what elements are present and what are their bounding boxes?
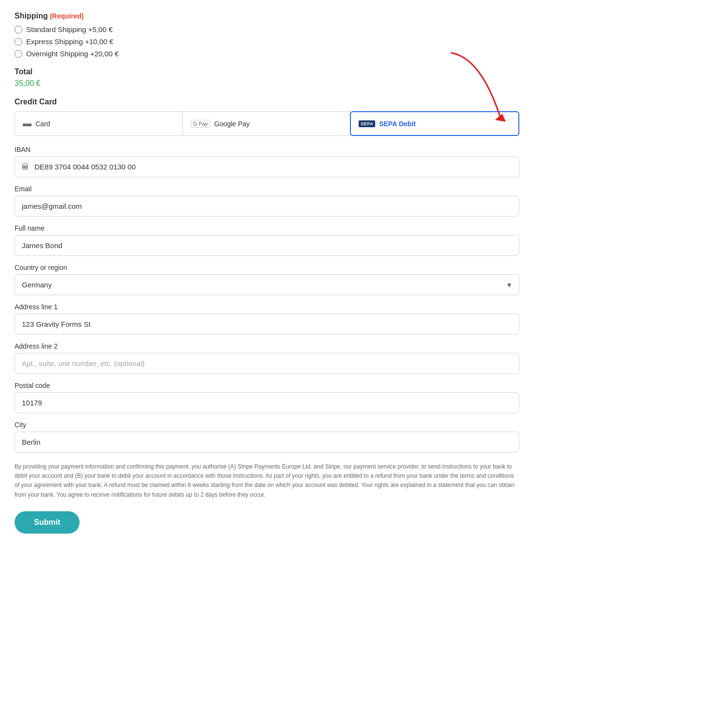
address2-input[interactable] [15, 353, 519, 374]
shipping-options: Standard Shipping +5,00 € Express Shippi… [15, 25, 519, 58]
iban-label: IBAN [15, 146, 519, 153]
city-group: City [15, 421, 519, 453]
country-select-wrapper: Germany France Italy Spain Netherlands ▼ [15, 274, 519, 295]
city-label: City [15, 421, 519, 429]
payment-title: Credit Card [15, 98, 519, 106]
address2-group: Address line 2 [15, 342, 519, 374]
postal-label: Postal code [15, 382, 519, 389]
country-select[interactable]: Germany France Italy Spain Netherlands [15, 274, 519, 295]
shipping-option-overnight[interactable]: Overnight Shipping +20,00 € [15, 50, 519, 58]
card-icon: ▬ [23, 118, 32, 129]
submit-button[interactable]: Submit [15, 511, 80, 534]
shipping-option-standard[interactable]: Standard Shipping +5,00 € [15, 25, 519, 34]
total-amount: 35,00 € [15, 79, 519, 88]
payment-method-sepa[interactable]: SEPA SEPA Debit [350, 111, 519, 136]
fullname-group: Full name [15, 224, 519, 256]
payment-methods: ▬ Card G Pay Google Pay SEPA SEPA Debit [15, 111, 519, 136]
address1-group: Address line 1 [15, 303, 519, 335]
total-label: Total [15, 67, 519, 76]
shipping-option-express[interactable]: Express Shipping +10,00 € [15, 37, 519, 46]
total-section: Total 35,00 € [15, 67, 519, 88]
gpay-logo: G Pay [191, 120, 211, 128]
payment-method-googlepay[interactable]: G Pay Google Pay [182, 111, 351, 136]
iban-input[interactable] [15, 156, 519, 177]
shipping-section: Shipping(Required) Standard Shipping +5,… [15, 12, 519, 58]
country-group: Country or region Germany France Italy S… [15, 264, 519, 295]
payment-section: Credit Card ▬ Card G Pay Google Pay SEPA… [15, 98, 519, 136]
disclaimer-text: By providing your payment information an… [15, 462, 519, 500]
iban-group: IBAN 🏛 [15, 146, 519, 177]
email-group: Email [15, 185, 519, 217]
address1-input[interactable] [15, 314, 519, 335]
country-label: Country or region [15, 264, 519, 271]
iban-wrapper: 🏛 [15, 156, 519, 177]
fullname-input[interactable] [15, 235, 519, 256]
email-label: Email [15, 185, 519, 193]
postal-group: Postal code [15, 382, 519, 413]
shipping-title: Shipping(Required) [15, 12, 519, 20]
city-input[interactable] [15, 432, 519, 453]
payment-method-card[interactable]: ▬ Card [15, 111, 183, 136]
address2-label: Address line 2 [15, 342, 519, 350]
payment-methods-container: ▬ Card G Pay Google Pay SEPA SEPA Debit [15, 111, 519, 136]
address1-label: Address line 1 [15, 303, 519, 311]
postal-input[interactable] [15, 392, 519, 413]
sepa-logo: SEPA [359, 120, 375, 127]
email-input[interactable] [15, 196, 519, 217]
fullname-label: Full name [15, 224, 519, 232]
bank-icon: 🏛 [21, 163, 29, 171]
